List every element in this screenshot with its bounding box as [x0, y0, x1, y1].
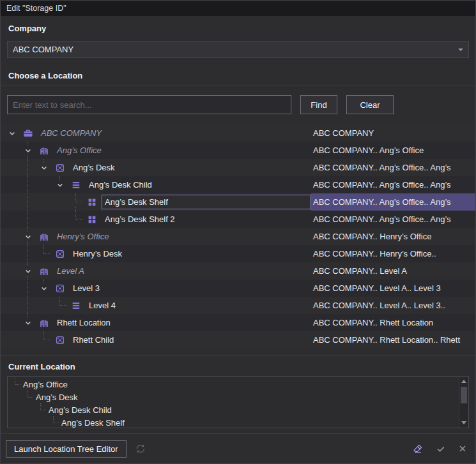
current-location-item[interactable]: Ang’s Desk	[8, 391, 459, 403]
tree-node-label: Rhett Child	[70, 333, 311, 347]
tree-row[interactable]: Ang’s Desk ShelfABC COMPANY.. Ang’s Offi…	[1, 193, 475, 211]
grid-icon	[87, 214, 97, 225]
tree-node-label: Level 4	[86, 298, 311, 313]
tree-row[interactable]: Level 3ABC COMPANY.. Level A.. Level 3	[1, 280, 475, 297]
tree-node-path: ABC COMPANY.. Level A.. Level 3..	[311, 297, 475, 314]
footer-toolbar: Launch Location Tree Editor	[1, 433, 475, 463]
vertical-scrollbar[interactable]	[459, 377, 468, 428]
expander-chevron-down-icon[interactable]	[39, 283, 49, 294]
expander-placeholder	[71, 214, 81, 225]
tree-row[interactable]: Rhett LocationABC COMPANY.. Rhett Locati…	[1, 314, 475, 331]
titlebar: Edit "Storage ID"	[1, 1, 475, 16]
tree-node-path: ABC COMPANY.. Ang’s Office.. Ang’s	[311, 193, 475, 211]
current-location-header: Current Location	[1, 356, 475, 375]
tree-node-path: ABC COMPANY.. Ang’s Office.. Ang’s	[311, 176, 475, 193]
tree-node-label: Ang’s Desk Shelf	[102, 195, 311, 209]
current-location-panel: Ang’s OfficeAng’s DeskAng’s Desk ChildAn…	[7, 376, 469, 428]
current-location-item[interactable]: Ang’s Desk Shelf	[8, 416, 459, 428]
current-location-item[interactable]: Ang’s Office	[8, 378, 459, 391]
stack-icon	[71, 180, 81, 190]
office-icon	[39, 266, 49, 276]
tree-row[interactable]: Henry’s DeskABC COMPANY.. Henry’s Office…	[1, 245, 475, 262]
tree-row[interactable]: Ang’s Desk Shelf 2ABC COMPANY.. Ang’s Of…	[1, 211, 475, 228]
triangle-down-icon	[461, 421, 466, 424]
expander-chevron-down-icon[interactable]	[23, 266, 33, 276]
expander-chevron-down-icon[interactable]	[39, 163, 49, 173]
office-icon	[39, 318, 49, 328]
tree-node-label: Ang’s Desk	[70, 160, 311, 175]
current-location-label: Ang’s Desk Child	[8, 405, 112, 415]
edit-storage-id-dialog: Edit "Storage ID" Company ABC COMPANY Ch…	[0, 0, 476, 464]
tree-node-label: ABC COMPANY	[38, 126, 311, 140]
search-input[interactable]	[7, 95, 291, 114]
close-icon[interactable]	[456, 442, 469, 455]
tree-row[interactable]: ABC COMPANYABC COMPANY	[1, 124, 475, 142]
expander-placeholder	[55, 301, 65, 311]
tree-node-path: ABC COMPANY.. Ang’s Office.. Ang’s	[311, 159, 475, 176]
desk-icon	[55, 283, 65, 294]
desk-icon	[55, 163, 65, 173]
tree-node-label: Level A	[54, 264, 311, 278]
scrollbar-thumb[interactable]	[461, 387, 467, 403]
expander-placeholder	[39, 335, 49, 345]
tree-node-label: Level 3	[70, 281, 311, 296]
tree-row[interactable]: Henry’s OfficeABC COMPANY.. Henry’s Offi…	[1, 228, 475, 245]
expander-chevron-down-icon[interactable]	[23, 146, 33, 156]
combobox-dropdown-icon[interactable]	[458, 49, 463, 54]
scroll-down-button[interactable]	[459, 418, 468, 428]
tree-row[interactable]: Rhett ChildABC COMPANY.. Rhett Location.…	[1, 331, 475, 348]
desk-icon	[55, 249, 65, 259]
search-bar: Find Clear	[7, 95, 469, 114]
expander-chevron-down-icon[interactable]	[55, 180, 65, 190]
location-header-label: Choose a Location	[8, 71, 82, 80]
window-title: Edit "Storage ID"	[6, 4, 66, 13]
expander-chevron-down-icon[interactable]	[23, 232, 33, 242]
tree-node-path: ABC COMPANY.. Ang’s Office.. Ang’s	[311, 211, 475, 228]
company-combobox-value: ABC COMPANY	[13, 45, 458, 54]
refresh-icon[interactable]	[134, 442, 147, 455]
scrollbar-track[interactable]	[459, 404, 468, 418]
current-location-label: Ang’s Desk Shelf	[8, 418, 125, 428]
tree-row[interactable]: Level 4ABC COMPANY.. Level A.. Level 3..	[1, 297, 475, 314]
tree-node-label: Ang’s Office	[54, 143, 311, 158]
tree-node-label: Ang’s Desk Child	[86, 177, 311, 192]
tree-node-path: ABC COMPANY.. Henry’s Office..	[311, 245, 475, 262]
office-icon	[39, 232, 49, 242]
desk-icon	[55, 335, 65, 345]
current-location-header-label: Current Location	[8, 362, 75, 371]
launch-location-tree-editor-button[interactable]: Launch Location Tree Editor	[6, 440, 127, 458]
eraser-icon[interactable]	[411, 442, 424, 455]
grid-icon	[87, 197, 97, 207]
tree-node-path: ABC COMPANY.. Level A.. Level 3	[311, 280, 475, 297]
current-location-label: Ang’s Desk	[8, 393, 78, 402]
expander-placeholder	[39, 249, 49, 259]
office-icon	[39, 146, 49, 156]
tree-node-path: ABC COMPANY.. Henry’s Office	[311, 228, 475, 245]
expander-placeholder	[71, 197, 81, 207]
current-location-item[interactable]: Ang’s Desk Child	[8, 403, 459, 416]
check-icon[interactable]	[434, 442, 447, 455]
tree-row[interactable]: Ang’s DeskABC COMPANY.. Ang’s Office.. A…	[1, 159, 475, 176]
tree-node-path: ABC COMPANY.. Rhett Location.. Rhett	[311, 331, 475, 348]
tree-node-path: ABC COMPANY	[311, 124, 475, 142]
find-button[interactable]: Find	[300, 95, 337, 114]
tree-node-path: ABC COMPANY.. Ang’s Office	[311, 142, 475, 159]
current-location-tree: Ang’s OfficeAng’s DeskAng’s Desk ChildAn…	[8, 377, 459, 428]
tree-row[interactable]: Ang’s Desk ChildABC COMPANY.. Ang’s Offi…	[1, 176, 475, 193]
expander-chevron-down-icon[interactable]	[23, 318, 33, 328]
scroll-up-button[interactable]	[459, 377, 468, 386]
expander-chevron-down-icon[interactable]	[7, 128, 17, 138]
location-section-header: Choose a Location	[1, 58, 475, 86]
tree-node-label: Henry’s Office	[54, 229, 311, 244]
company-header-label: Company	[8, 24, 46, 33]
tree-row[interactable]: Level AABC COMPANY.. Level A	[1, 262, 475, 280]
tree-node-label: Rhett Location	[54, 315, 311, 330]
clear-button[interactable]: Clear	[346, 95, 394, 114]
tree-node-label: Henry’s Desk	[70, 246, 311, 261]
company-icon	[23, 128, 33, 138]
company-combobox[interactable]: ABC COMPANY	[7, 41, 469, 58]
location-tree: ABC COMPANYABC COMPANYAng’s OfficeABC CO…	[1, 124, 475, 348]
tree-row[interactable]: Ang’s OfficeABC COMPANY.. Ang’s Office	[1, 142, 475, 159]
triangle-up-icon	[461, 380, 466, 383]
stack-icon	[71, 301, 81, 311]
